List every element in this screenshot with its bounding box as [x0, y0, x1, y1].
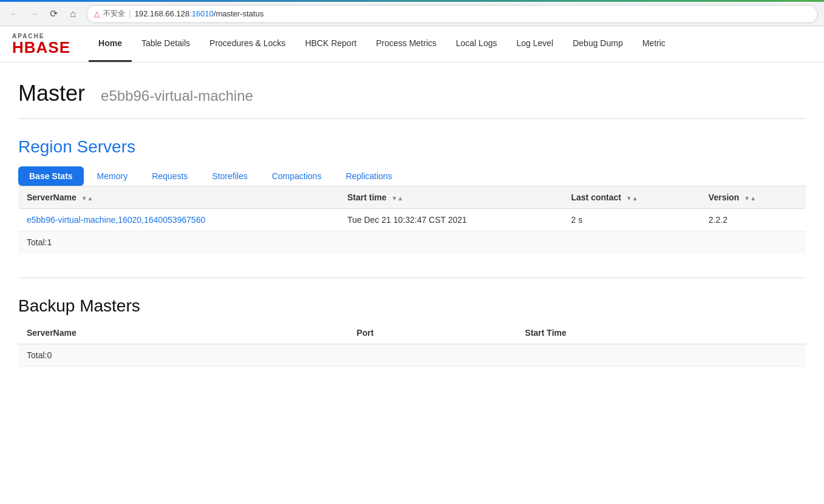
cell-server-name: e5bb96-virtual-machine,16020,16400539675… [18, 209, 339, 231]
backup-header-row: ServerName Port Start Time [18, 322, 806, 344]
url-path: /master-status [214, 9, 264, 18]
sort-icon-last-contact: ▼▲ [626, 195, 638, 202]
tab-requests[interactable]: Requests [141, 166, 199, 186]
address-bar[interactable]: △ 不安全 | 192.168.66.128:16010/master-stat… [86, 5, 818, 23]
nav-link-table-details[interactable]: Table Details [132, 26, 200, 62]
sort-icon-start-time: ▼▲ [391, 195, 403, 202]
table-header-row: ServerName ▼▲ Start time ▼▲ Last contact… [18, 186, 806, 209]
security-text: 不安全 [103, 9, 125, 19]
backup-total-empty-2 [517, 344, 806, 367]
browser-chrome: ← → ⟳ ⌂ △ 不安全 | 192.168.66.128:16010/mas… [0, 2, 824, 26]
backup-total-empty-1 [348, 344, 516, 367]
nav-link-process-metrics[interactable]: Process Metrics [366, 26, 446, 62]
table-row: e5bb96-virtual-machine,16020,16400539675… [18, 209, 806, 231]
nav-link-home[interactable]: Home [89, 26, 132, 62]
col-last-contact[interactable]: Last contact ▼▲ [562, 186, 700, 209]
sort-icon-version: ▼▲ [744, 195, 756, 202]
url-display: 192.168.66.128:16010/master-status [135, 9, 264, 18]
main-content: Master e5bb96-virtual-machine Region Ser… [0, 63, 824, 385]
logo-hbase-text: HBASE [12, 39, 70, 55]
cell-version: 2.2.2 [700, 209, 806, 231]
backup-masters-title: Backup Masters [18, 296, 806, 316]
region-servers-title: Region Servers [18, 137, 806, 157]
nav-link-hbck-report[interactable]: HBCK Report [295, 26, 366, 62]
col-server-name-label: ServerName [27, 192, 77, 202]
sort-icon-server-name: ▼▲ [81, 195, 94, 202]
master-title-text: Master [18, 81, 85, 106]
nav-links: Home Table Details Procedures & Locks HB… [89, 26, 675, 62]
forward-button[interactable]: → [26, 5, 43, 22]
tab-storefiles[interactable]: Storefiles [201, 166, 258, 186]
backup-col-port: Port [348, 322, 516, 344]
backup-total-label-text: Total: [27, 350, 47, 360]
security-icon: △ [94, 10, 100, 18]
tab-replications[interactable]: Replications [335, 166, 403, 186]
total-label-text: Total: [27, 237, 47, 247]
cell-last-contact: 2 s [562, 209, 700, 231]
url-port: :16010 [189, 9, 214, 18]
backup-col-server-name: ServerName [18, 322, 348, 344]
nav-link-metric[interactable]: Metric [633, 26, 675, 62]
col-start-time[interactable]: Start time ▼▲ [339, 186, 563, 209]
tab-base-stats[interactable]: Base Stats [18, 166, 84, 186]
url-host: 192.168.66.128 [135, 9, 189, 18]
backup-total-label: Total:0 [18, 344, 348, 367]
total-value: 1 [47, 237, 52, 247]
total-label: Total:1 [18, 231, 339, 254]
total-empty-1 [339, 231, 563, 254]
backup-divider [18, 278, 806, 278]
nav-buttons: ← → ⟳ ⌂ [6, 5, 81, 22]
col-start-time-label: Start time [347, 192, 387, 202]
backup-col-start-time: Start Time [517, 322, 806, 344]
col-version[interactable]: Version ▼▲ [700, 186, 806, 209]
master-divider [18, 118, 806, 119]
nav-link-procedures-locks[interactable]: Procedures & Locks [200, 26, 295, 62]
total-empty-2 [562, 231, 700, 254]
tab-memory[interactable]: Memory [86, 166, 139, 186]
backup-total-row: Total:0 [18, 344, 806, 367]
nav-link-log-level[interactable]: Log Level [506, 26, 563, 62]
total-empty-3 [700, 231, 806, 254]
col-last-contact-label: Last contact [571, 192, 621, 202]
master-hostname: e5bb96-virtual-machine [101, 87, 253, 104]
table-total-row: Total:1 [18, 231, 806, 254]
col-server-name[interactable]: ServerName ▼▲ [18, 186, 339, 209]
nav-link-local-logs[interactable]: Local Logs [446, 26, 507, 62]
cell-start-time: Tue Dec 21 10:32:47 CST 2021 [339, 209, 563, 231]
reload-button[interactable]: ⟳ [45, 5, 62, 22]
backup-total-value: 0 [47, 350, 52, 360]
backup-masters-table: ServerName Port Start Time Total:0 [18, 322, 806, 367]
home-button[interactable]: ⌂ [64, 5, 81, 22]
nav-link-debug-dump[interactable]: Debug Dump [563, 26, 633, 62]
region-server-tabs: Base Stats Memory Requests Storefiles Co… [18, 166, 806, 186]
navbar: APACHE HBASE Home Table Details Procedur… [0, 26, 824, 63]
back-button[interactable]: ← [6, 5, 23, 22]
master-heading: Master e5bb96-virtual-machine [18, 81, 806, 106]
url-separator: | [129, 9, 131, 19]
server-name-link[interactable]: e5bb96-virtual-machine,16020,16400539675… [27, 215, 205, 225]
tab-compactions[interactable]: Compactions [261, 166, 333, 186]
col-version-label: Version [709, 192, 740, 202]
region-servers-table: ServerName ▼▲ Start time ▼▲ Last contact… [18, 186, 806, 253]
logo: APACHE HBASE [12, 33, 70, 55]
